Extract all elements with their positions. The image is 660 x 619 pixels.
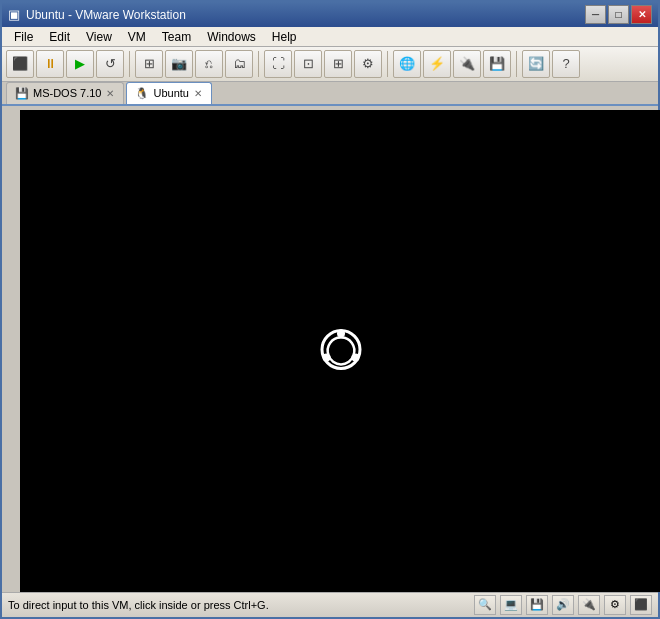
dev-button[interactable]: 💾: [483, 50, 511, 78]
menu-help[interactable]: Help: [264, 28, 305, 46]
prepare-vm-button[interactable]: ⊞: [135, 50, 163, 78]
toolbar-separator-2: [258, 51, 259, 77]
ubuntu-tab-icon: 🐧: [135, 87, 149, 100]
resume-button[interactable]: ▶: [66, 50, 94, 78]
tab-msdos[interactable]: 💾 MS-DOS 7.10 ✕: [6, 82, 124, 104]
menu-bar: File Edit View VM Team Windows Help: [2, 27, 658, 47]
usb-status-icon[interactable]: 🔌: [578, 595, 600, 615]
update-button[interactable]: 🔄: [522, 50, 550, 78]
network-status-icon[interactable]: 💻: [500, 595, 522, 615]
tab-bar: 💾 MS-DOS 7.10 ✕ 🐧 Ubuntu ✕: [2, 82, 658, 106]
tab-ubuntu[interactable]: 🐧 Ubuntu ✕: [126, 82, 211, 104]
title-buttons: ─ □ ✕: [585, 5, 652, 24]
menu-windows[interactable]: Windows: [199, 28, 264, 46]
disk-status-icon[interactable]: 💾: [526, 595, 548, 615]
pause-button[interactable]: ⏸: [36, 50, 64, 78]
ubuntu-logo: [320, 328, 362, 370]
fullscreen-status-icon[interactable]: ⬛: [630, 595, 652, 615]
minimize-button[interactable]: ─: [585, 5, 606, 24]
window-frame: ▣ Ubuntu - VMware Workstation ─ □ ✕ File…: [0, 0, 660, 619]
window-title: Ubuntu - VMware Workstation: [26, 8, 186, 22]
status-icons: 🔍 💻 💾 🔊 🔌 ⚙ ⬛: [474, 595, 652, 615]
settings-status-icon[interactable]: ⚙: [604, 595, 626, 615]
menu-file[interactable]: File: [6, 28, 41, 46]
toolbar-separator-1: [129, 51, 130, 77]
restore-button[interactable]: □: [608, 5, 629, 24]
msdos-tab-label: MS-DOS 7.10: [33, 87, 101, 99]
title-bar-left: ▣ Ubuntu - VMware Workstation: [8, 7, 186, 22]
ubuntu-logo-container: [320, 328, 362, 373]
ubuntu-tab-label: Ubuntu: [153, 87, 188, 99]
power-manage-button[interactable]: ⚡: [423, 50, 451, 78]
snapshot-button[interactable]: 📷: [165, 50, 193, 78]
status-bar: To direct input to this VM, click inside…: [2, 592, 658, 617]
network-button[interactable]: 🌐: [393, 50, 421, 78]
title-bar: ▣ Ubuntu - VMware Workstation ─ □ ✕: [2, 2, 658, 27]
revert-button[interactable]: ⎌: [195, 50, 223, 78]
audio-status-icon[interactable]: 🔊: [552, 595, 574, 615]
svg-point-4: [336, 344, 347, 355]
usb-button[interactable]: 🔌: [453, 50, 481, 78]
menu-edit[interactable]: Edit: [41, 28, 78, 46]
zoom-icon[interactable]: 🔍: [474, 595, 496, 615]
help-button[interactable]: ?: [552, 50, 580, 78]
app-icon: ▣: [8, 7, 20, 22]
toolbar-separator-4: [516, 51, 517, 77]
toolbar: ⬛ ⏸ ▶ ↺ ⊞ 📷 ⎌ 🗂 ⛶ ⊡ ⊞ ⚙ 🌐 ⚡ 🔌 💾 🔄 ?: [2, 47, 658, 82]
toolbar-separator-3: [387, 51, 388, 77]
status-text: To direct input to this VM, click inside…: [8, 599, 269, 611]
reset-button[interactable]: ↺: [96, 50, 124, 78]
stop-button[interactable]: ⬛: [6, 50, 34, 78]
quick-switch-button[interactable]: ⊞: [324, 50, 352, 78]
msdos-tab-close[interactable]: ✕: [105, 88, 115, 99]
main-area: [2, 106, 658, 592]
vm-canvas[interactable]: [20, 110, 660, 592]
close-button[interactable]: ✕: [631, 5, 652, 24]
preferences-button[interactable]: ⚙: [354, 50, 382, 78]
unity-button[interactable]: ⊡: [294, 50, 322, 78]
menu-vm[interactable]: VM: [120, 28, 154, 46]
menu-view[interactable]: View: [78, 28, 120, 46]
fullscreen-button[interactable]: ⛶: [264, 50, 292, 78]
msdos-tab-icon: 💾: [15, 87, 29, 100]
menu-team[interactable]: Team: [154, 28, 199, 46]
manage-snapshots-button[interactable]: 🗂: [225, 50, 253, 78]
ubuntu-tab-close[interactable]: ✕: [193, 88, 203, 99]
